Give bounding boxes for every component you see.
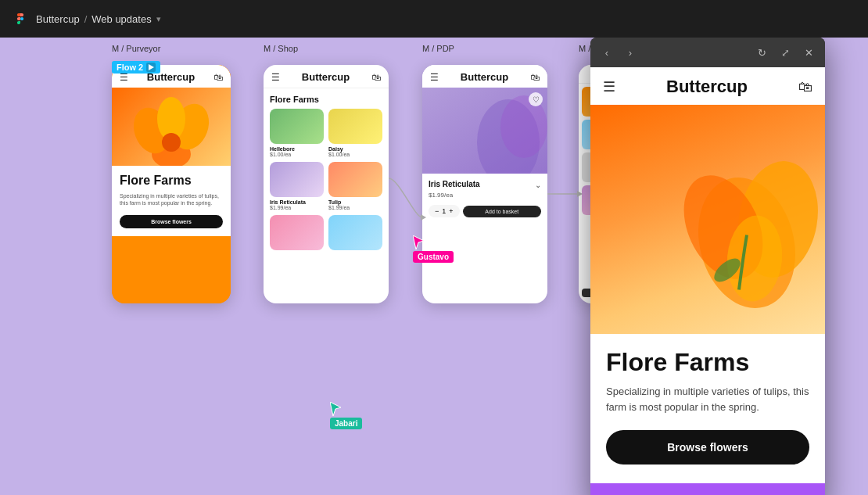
pdp-qty-minus[interactable]: − — [435, 207, 439, 215]
hamburger-icon-shop[interactable]: ☰ — [271, 72, 280, 83]
preview-forward-button[interactable]: › — [622, 44, 639, 61]
pdp-quantity-stepper[interactable]: − 1 + — [429, 205, 460, 217]
pdp-header: ☰ Buttercup 🛍 — [422, 65, 547, 88]
jabari-cursor-label: Jabari — [330, 418, 362, 429]
preview-hero-image — [590, 105, 825, 334]
shop-logo: Buttercup — [302, 71, 350, 83]
preview-toolbar: ‹ › ↻ ⤢ ✕ — [590, 38, 825, 67]
preview-header: ☰ Buttercup 🛍 — [590, 67, 825, 105]
pdp-logo: Buttercup — [461, 71, 508, 83]
breadcrumb: Buttercup / Web updates ▾ — [36, 13, 161, 25]
pdp-add-to-cart-button[interactable]: Add to basket — [463, 206, 541, 217]
frame-label-purveyor: M / Purveyor — [112, 44, 160, 53]
cursor-jabari: Jabari — [330, 402, 362, 429]
svg-point-5 — [162, 133, 181, 152]
breadcrumb-separator: / — [84, 13, 88, 25]
shop-grid: Hellebore $1.00/ea Daisy $1.00/ea Iris R… — [270, 109, 382, 253]
shop-item-img-iris — [270, 162, 324, 197]
preview-info-card: Flore Farms Specializing in multiple var… — [590, 334, 825, 483]
preview-content: ☰ Buttercup 🛍 — [590, 67, 825, 495]
frame-purveyor: ☰ Buttercup 🛍 Flore Farms Specializing i… — [112, 65, 231, 303]
bag-icon-shop[interactable]: 🛍 — [371, 72, 381, 83]
preview-back-button[interactable]: ‹ — [598, 44, 615, 61]
preview-browse-button[interactable]: Browse flowers — [606, 430, 809, 465]
pdp-actions: − 1 + Add to basket — [429, 205, 541, 217]
preview-panel: ‹ › ↻ ⤢ ✕ ☰ Buttercup 🛍 — [590, 38, 825, 495]
jabari-cursor-arrow-icon — [330, 402, 341, 416]
pdp-price: $1.99/ea — [429, 192, 541, 199]
shop-item-name-hellebore: Hellebore — [270, 146, 324, 152]
shop-item-name-daisy: Daisy — [328, 146, 382, 152]
shop-item-tulip[interactable]: Tulip $1.99/ea — [328, 162, 382, 210]
svg-marker-12 — [330, 402, 341, 416]
preview-card-description: Specializing in multiple varieties of tu… — [606, 384, 809, 414]
page-name-dropdown[interactable]: Web updates ▾ — [91, 13, 160, 25]
svg-point-8 — [500, 95, 547, 158]
purveyor-hero-image — [112, 88, 231, 166]
pdp-expand-icon[interactable]: ⌄ — [535, 181, 541, 189]
preview-close-button[interactable]: ✕ — [800, 44, 817, 61]
canvas: M / Purveyor Flow 2 ☰ Buttercup 🛍 — [0, 38, 868, 495]
shop-item-iris[interactable]: Iris Reticulata $1.99/ea — [270, 162, 324, 210]
shop-item-price-hellebore: $1.00/ea — [270, 152, 324, 157]
shop-item-hellebore[interactable]: Hellebore $1.00/ea — [270, 109, 324, 157]
frame-label-pdp: M / PDP — [422, 44, 454, 53]
shop-item-name-tulip: Tulip — [328, 199, 382, 205]
shop-item-name-iris: Iris Reticulata — [270, 199, 324, 205]
shop-item-img-extra1 — [270, 215, 324, 250]
pdp-product-title: Iris Reticulata — [429, 180, 480, 188]
flow-play-button[interactable] — [146, 63, 156, 72]
shop-content: Flore Farms Hellebore $1.00/ea Daisy $1.… — [264, 88, 389, 259]
preview-logo: Buttercup — [666, 77, 748, 97]
purveyor-browse-button[interactable]: Browse flowers — [120, 215, 223, 228]
preview-new-window-button[interactable]: ⤢ — [777, 44, 794, 61]
shop-item-extra1 — [270, 215, 324, 253]
purveyor-description: Specializing in multiple varieties of tu… — [120, 192, 223, 208]
frame-shop: ☰ Buttercup 🛍 Flore Farms Hellebore $1.0… — [264, 65, 389, 303]
figma-logo-icon[interactable] — [9, 8, 31, 30]
flow-tag[interactable]: Flow 2 — [112, 61, 160, 74]
topbar: Buttercup / Web updates ▾ — [0, 0, 868, 38]
shop-header: ☰ Buttercup 🛍 — [264, 65, 389, 88]
pdp-hero-image: ♡ — [422, 88, 547, 174]
pdp-qty-plus[interactable]: + — [449, 207, 453, 215]
pdp-favorite-icon[interactable]: ♡ — [529, 92, 543, 106]
topbar-left: Buttercup / Web updates ▾ — [9, 8, 161, 30]
preview-hamburger-icon[interactable]: ☰ — [603, 78, 615, 95]
shop-item-extra2 — [328, 215, 382, 253]
shop-section-title: Flore Farms — [270, 95, 382, 104]
purveyor-content: Flore Farms Specializing in multiple var… — [112, 166, 231, 236]
preview-mobile-content: ☰ Buttercup 🛍 — [590, 67, 825, 495]
shop-item-img-tulip — [328, 162, 382, 197]
bag-icon-pdp[interactable]: 🛍 — [530, 72, 540, 83]
purveyor-title: Flore Farms — [120, 174, 223, 188]
cursor-gustavo: Gustavo — [413, 235, 454, 263]
shop-item-price-tulip: $1.99/ea — [328, 205, 382, 210]
preview-reload-button[interactable]: ↻ — [753, 44, 770, 61]
shop-item-price-iris: $1.99/ea — [270, 205, 324, 210]
gustavo-cursor-label: Gustavo — [413, 251, 454, 263]
pdp-qty-value: 1 — [442, 207, 446, 215]
pdp-content: Iris Reticulata ⌄ $1.99/ea − 1 + Add to … — [422, 174, 547, 224]
frame-label-shop: M / Shop — [264, 44, 298, 53]
hamburger-icon-pdp[interactable]: ☰ — [430, 72, 439, 83]
shop-item-img-hellebore — [270, 109, 324, 144]
frame-pdp: ☰ Buttercup 🛍 ♡ Iris Reticulata — [422, 65, 547, 303]
svg-marker-0 — [149, 64, 154, 70]
project-name[interactable]: Buttercup — [36, 13, 80, 25]
gustavo-cursor-arrow-icon — [413, 235, 424, 249]
shop-item-price-daisy: $1.00/ea — [328, 152, 382, 157]
preview-partial-bottom — [590, 483, 825, 495]
preview-card-title: Flore Farms — [606, 350, 809, 375]
shop-item-img-extra2 — [328, 215, 382, 250]
shop-item-img-daisy — [328, 109, 382, 144]
preview-bag-icon[interactable]: 🛍 — [798, 79, 812, 95]
bag-icon-purveyor[interactable]: 🛍 — [213, 72, 223, 83]
shop-item-daisy[interactable]: Daisy $1.00/ea — [328, 109, 382, 157]
svg-marker-11 — [413, 235, 424, 249]
